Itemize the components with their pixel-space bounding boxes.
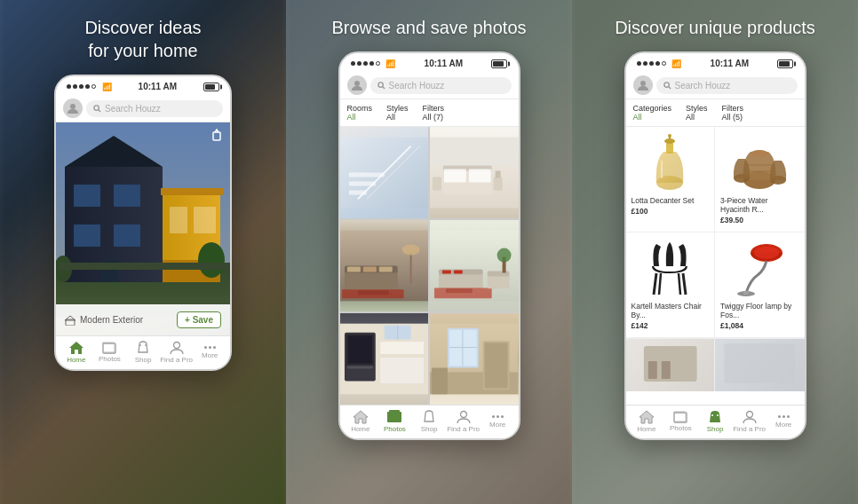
- svg-rect-36: [348, 181, 375, 185]
- status-bar-2: 📶 10:11 AM: [340, 53, 519, 72]
- panel-2-content: Browse and save photos 📶 10:11 AM: [286, 0, 572, 504]
- battery-fill: [205, 84, 215, 90]
- nav-shop-1[interactable]: Shop: [126, 341, 160, 364]
- svg-rect-94: [666, 143, 673, 154]
- nav-shop-2[interactable]: Shop: [412, 410, 447, 433]
- dot-3: [363, 61, 368, 66]
- avatar-1: [63, 98, 83, 118]
- svg-point-56: [401, 245, 419, 256]
- nav-photos-1[interactable]: Photos: [93, 342, 127, 363]
- nav-photos-3[interactable]: Photos: [663, 411, 698, 432]
- signal-dots: 📶: [67, 82, 112, 91]
- signal-dots-3: 📶: [637, 59, 682, 68]
- product-img-4: [720, 240, 799, 297]
- filter-filters-value: All (7): [423, 113, 445, 122]
- grid-photo-5[interactable]: [340, 313, 429, 405]
- avatar-3: [633, 75, 653, 95]
- product-img-1: [632, 134, 710, 192]
- svg-line-108: [679, 273, 680, 295]
- dot-5: [662, 61, 666, 66]
- product-1-name: Lotta Decanter Set: [632, 196, 710, 205]
- dot-4: [369, 61, 374, 66]
- product-cell-1[interactable]: Lotta Decanter Set £100: [626, 127, 716, 232]
- nav-shop-3[interactable]: Shop: [698, 410, 733, 433]
- product-4-price: £1,084: [720, 321, 799, 330]
- filter-filters-3-value: All (5): [722, 113, 744, 122]
- nav-home-2[interactable]: Home: [344, 410, 378, 433]
- filter-categories-label: Categories: [633, 104, 672, 113]
- kitchen-image: [340, 313, 429, 405]
- dot-2: [73, 84, 77, 89]
- more-dots-icon: [204, 346, 216, 349]
- living-room-1-image: [340, 220, 429, 311]
- bottom-nav-1: Home Photos Shop Find a Pro: [56, 335, 230, 369]
- search-input-1[interactable]: Search Houzz: [86, 100, 223, 117]
- panel-3-title: Discover unique products: [597, 0, 833, 51]
- nav-home-3[interactable]: Home: [630, 410, 664, 433]
- dot-5: [91, 84, 96, 89]
- shop-icon: [137, 341, 149, 355]
- filter-filters-3-label: Filters: [722, 104, 744, 113]
- search-bar-2[interactable]: Search Houzz: [340, 72, 519, 99]
- svg-rect-50: [346, 266, 360, 272]
- filter-styles-3[interactable]: Styles All: [686, 104, 708, 122]
- search-input-2[interactable]: Search Houzz: [370, 77, 512, 94]
- signal-dots-2: 📶: [351, 59, 396, 68]
- battery-icon: [203, 83, 219, 91]
- more-dots-icon-3: [778, 415, 790, 418]
- filter-styles[interactable]: Styles All: [386, 104, 409, 122]
- bottom-nav-2: Home Photos Shop Find a Pro: [340, 405, 519, 438]
- product-cell-3[interactable]: Kartell Masters Chair By... £142: [626, 232, 716, 338]
- filter-filters[interactable]: Filters All (7): [423, 104, 445, 122]
- svg-point-90: [640, 81, 646, 86]
- svg-rect-115: [661, 361, 670, 379]
- nav-pro-3[interactable]: Find a Pro: [732, 410, 767, 433]
- search-bar-1[interactable]: Search Houzz: [56, 95, 230, 122]
- grid-photo-6[interactable]: [430, 313, 519, 405]
- svg-marker-117: [640, 411, 654, 423]
- grid-photo-4[interactable]: [430, 220, 519, 311]
- svg-rect-111: [743, 291, 749, 295]
- status-time: 10:11 AM: [139, 82, 178, 91]
- svg-rect-60: [442, 270, 451, 273]
- grid-photo-3[interactable]: [340, 220, 429, 311]
- search-bar-3[interactable]: Search Houzz: [626, 72, 805, 99]
- svg-point-29: [354, 81, 360, 86]
- svg-point-89: [460, 412, 466, 418]
- filter-filters-3[interactable]: Filters All (5): [722, 104, 744, 122]
- lamp-svg: [733, 240, 786, 297]
- nav-pro-2[interactable]: Find a Pro: [446, 410, 481, 433]
- svg-marker-23: [69, 342, 83, 354]
- nav-home-1[interactable]: Home: [60, 341, 93, 364]
- product-cell-4[interactable]: Twiggy Floor lamp by Fos... £1,084: [715, 232, 805, 338]
- grid-photo-2[interactable]: [430, 127, 519, 218]
- search-input-3[interactable]: Search Houzz: [656, 77, 798, 94]
- nav-pro-label-1: Find a Pro: [160, 356, 193, 364]
- filter-categories[interactable]: Categories All: [633, 104, 672, 122]
- svg-line-31: [382, 86, 384, 88]
- house-illustration: [56, 122, 230, 318]
- product-1-price: £100: [632, 207, 710, 216]
- nav-more-3[interactable]: More: [767, 415, 801, 429]
- save-button[interactable]: + Save: [177, 311, 221, 328]
- share-icon[interactable]: [211, 128, 223, 145]
- nav-pro-1[interactable]: Find a Pro: [160, 341, 194, 364]
- filter-bar-2: Rooms All Styles All Filters All (7): [340, 99, 519, 127]
- nav-more-1[interactable]: More: [193, 346, 226, 359]
- grid-photo-1[interactable]: [340, 127, 429, 218]
- svg-rect-24: [103, 343, 115, 353]
- svg-point-122: [746, 412, 752, 418]
- nav-more-2[interactable]: More: [481, 415, 515, 429]
- panel-1-content: Discover ideas for your home 📶 10:11 AM: [0, 0, 286, 504]
- nav-photos-2[interactable]: Photos: [377, 410, 412, 433]
- product-4-name: Twiggy Floor lamp by Fos...: [720, 302, 799, 319]
- svg-rect-48: [344, 270, 397, 289]
- svg-point-28: [173, 343, 179, 349]
- filter-styles-3-label: Styles: [686, 104, 708, 113]
- product-cell-2[interactable]: 3-Piece Water Hyacinth R... £39.50: [715, 127, 805, 232]
- photo-label-bar: Modern Exterior + Save: [56, 304, 230, 335]
- photos-icon-3: [673, 411, 687, 423]
- filter-rooms[interactable]: Rooms All: [347, 104, 373, 122]
- photos-icon-2: [386, 410, 402, 424]
- svg-rect-65: [488, 271, 510, 276]
